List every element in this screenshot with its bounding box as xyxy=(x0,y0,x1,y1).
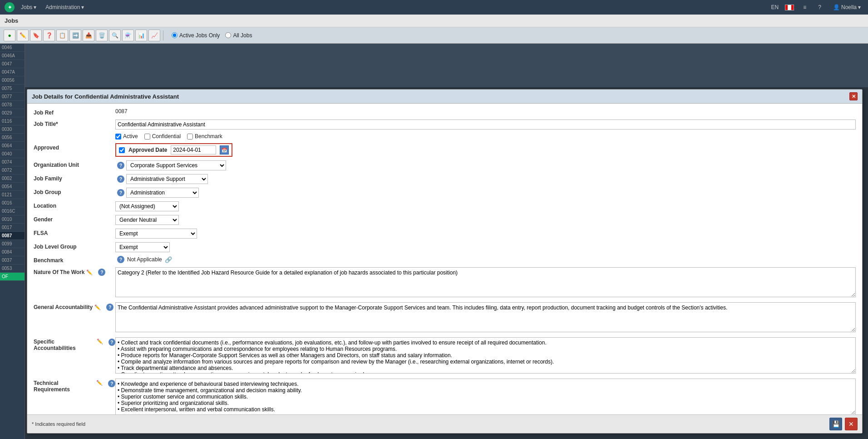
sidebar-code-0074[interactable]: 0074 xyxy=(0,158,25,166)
job-group-help-icon[interactable]: ? xyxy=(117,189,124,196)
export-btn[interactable]: 📊 xyxy=(135,30,147,41)
filter-btn[interactable]: ⚗️ xyxy=(122,30,134,41)
approved-section: Approved Date 📅 xyxy=(115,143,232,157)
job-family-row: Job Family ? Administrative Support Exec… xyxy=(34,174,856,184)
active-jobs-radio[interactable] xyxy=(172,32,178,38)
chart-btn[interactable]: 📈 xyxy=(148,30,160,41)
jobs-nav-btn[interactable]: Jobs ▾ xyxy=(18,3,39,11)
general-acct-textarea[interactable]: The Confidential Administrative Assistan… xyxy=(115,302,856,332)
user-btn[interactable]: 👤 Noella ▾ xyxy=(830,3,863,11)
tech-req-label: Technical Requirements ✏️ ? xyxy=(34,379,115,393)
cancel-button[interactable]: ✕ xyxy=(845,418,858,430)
add-btn[interactable]: ● xyxy=(4,30,15,41)
help-btn[interactable]: ? xyxy=(815,3,824,11)
language-label: EN xyxy=(771,4,779,10)
sidebar-code-0084[interactable]: 0084 xyxy=(0,248,25,256)
sidebar-code-0053[interactable]: 0053 xyxy=(0,264,25,273)
sidebar-code-0077[interactable]: 0077 xyxy=(0,93,25,101)
approved-date-input[interactable] xyxy=(171,145,216,155)
job-group-select[interactable]: Administration Management Technical xyxy=(126,188,199,198)
sidebar-code-00056[interactable]: 00056 xyxy=(0,76,25,85)
sidebar-code-0030[interactable]: 0030 xyxy=(0,125,25,134)
calendar-icon-btn[interactable]: 📅 xyxy=(220,145,229,155)
sidebar-code-0099[interactable]: 0099 xyxy=(0,240,25,248)
sidebar-code-0064[interactable]: 0064 xyxy=(0,142,25,150)
general-acct-edit-icon[interactable]: ✏️ xyxy=(94,304,101,310)
specific-acct-edit-icon[interactable]: ✏️ xyxy=(97,339,103,344)
sidebar-code-0075[interactable]: 0075 xyxy=(0,85,25,93)
delete-btn[interactable]: 🗑️ xyxy=(96,30,108,41)
sidebar-code-0002[interactable]: 0002 xyxy=(0,175,25,183)
active-checkbox-item: Active xyxy=(115,133,138,140)
job-family-help-icon[interactable]: ? xyxy=(117,175,124,183)
job-title-input[interactable] xyxy=(115,120,856,130)
gender-select[interactable]: Gender Neutral Male Female xyxy=(115,215,179,225)
confidential-checkbox[interactable] xyxy=(144,134,150,140)
org-unit-help-icon[interactable]: ? xyxy=(117,162,124,169)
left-sidebar: 0046 0046A 0047 0047A 00056 0075 0077 00… xyxy=(0,44,25,439)
na-section: ? Not Applicable 🔗 xyxy=(115,256,856,263)
tech-req-help-icon[interactable]: ? xyxy=(108,380,115,387)
gender-label: Gender xyxy=(34,215,115,223)
job-title-value xyxy=(115,120,856,130)
sidebar-code-0087[interactable]: 0087 xyxy=(0,232,25,240)
help2-btn[interactable]: ❓ xyxy=(43,30,55,41)
benchmark-help-icon[interactable]: ? xyxy=(117,256,124,263)
modal-close-btn[interactable]: ✕ xyxy=(849,92,858,100)
sidebar-code-0016c[interactable]: 0016C xyxy=(0,207,25,215)
specific-acct-textarea[interactable]: • Collect and track confidential documen… xyxy=(115,337,856,374)
sidebar-code-0047[interactable]: 0047 xyxy=(0,60,25,68)
sidebar-code-0016[interactable]: 0016 xyxy=(0,199,25,207)
benchmark-link-icon[interactable]: 🔗 xyxy=(165,256,172,263)
search-btn[interactable]: 🔍 xyxy=(109,30,121,41)
nature-help-icon[interactable]: ? xyxy=(98,269,105,276)
sidebar-code-of[interactable]: OF xyxy=(0,273,25,281)
benchmark-label: Benchmark xyxy=(195,133,222,140)
sidebar-code-0040[interactable]: 0040 xyxy=(0,150,25,158)
tech-req-textarea[interactable]: • Knowledge and experience of behavioura… xyxy=(115,379,856,414)
benchmark-field-label: Benchmark xyxy=(34,256,115,264)
save-button[interactable]: 💾 xyxy=(829,418,842,430)
sidebar-code-0056[interactable]: 0056 xyxy=(0,134,25,142)
all-jobs-radio[interactable] xyxy=(225,32,231,38)
job-level-group-label: Job Level Group xyxy=(34,242,115,250)
tech-req-edit-icon[interactable]: ✏️ xyxy=(96,380,103,386)
sidebar-code-0046[interactable]: 0046 xyxy=(0,44,25,52)
checkbox-row: Active Confidential Benchmark xyxy=(115,133,856,140)
sidebar-code-0029[interactable]: 0029 xyxy=(0,109,25,117)
job-level-group-select[interactable]: Exempt Non-Exempt xyxy=(115,242,170,252)
approved-checkbox[interactable] xyxy=(119,147,125,153)
flsa-select[interactable]: Exempt Non-Exempt xyxy=(115,229,197,239)
sidebar-code-0017[interactable]: 0017 xyxy=(0,224,25,232)
job-title-label: Job Title* xyxy=(34,120,115,127)
sidebar-code-0037[interactable]: 0037 xyxy=(0,256,25,264)
admin-nav-btn[interactable]: Administration ▾ xyxy=(43,3,87,11)
sidebar-code-0047a[interactable]: 0047A xyxy=(0,68,25,76)
jobs-page-title: Jobs xyxy=(5,17,18,24)
sidebar-code-0010[interactable]: 0010 xyxy=(0,215,25,224)
sidebar-code-0121[interactable]: 0121 xyxy=(0,191,25,199)
general-acct-help-icon[interactable]: ? xyxy=(106,304,113,311)
benchmark-checkbox[interactable] xyxy=(187,134,193,140)
sidebar-code-0116[interactable]: 0116 xyxy=(0,117,25,125)
job-family-select[interactable]: Administrative Support Executive Technic… xyxy=(126,174,208,184)
org-unit-select[interactable]: Corporate Support Services xyxy=(126,160,226,170)
move-btn[interactable]: ➡️ xyxy=(69,30,81,41)
sidebar-code-0072[interactable]: 0072 xyxy=(0,166,25,175)
active-jobs-label[interactable]: Active Jobs Only xyxy=(172,32,220,39)
sidebar-code-0054[interactable]: 0054 xyxy=(0,183,25,191)
edit-btn[interactable]: ✏️ xyxy=(17,30,29,41)
copy-btn[interactable]: 📋 xyxy=(56,30,68,41)
all-jobs-label[interactable]: All Jobs xyxy=(225,32,252,39)
sidebar-code-0046a[interactable]: 0046A xyxy=(0,52,25,60)
location-select[interactable]: (Not Assigned) Head Office Remote xyxy=(115,201,179,211)
active-spacer xyxy=(34,133,115,135)
sidebar-code-0078[interactable]: 0078 xyxy=(0,101,25,109)
bookmark-btn[interactable]: 🔖 xyxy=(30,30,42,41)
import-btn[interactable]: 📥 xyxy=(83,30,94,41)
menu-icon-btn[interactable]: ≡ xyxy=(800,3,809,11)
active-checkbox[interactable] xyxy=(115,134,121,140)
nature-edit-icon[interactable]: ✏️ xyxy=(86,269,93,275)
nature-textarea[interactable]: Category 2 (Refer to the Identified Job … xyxy=(115,267,856,297)
specific-acct-help-icon[interactable]: ? xyxy=(108,339,115,346)
